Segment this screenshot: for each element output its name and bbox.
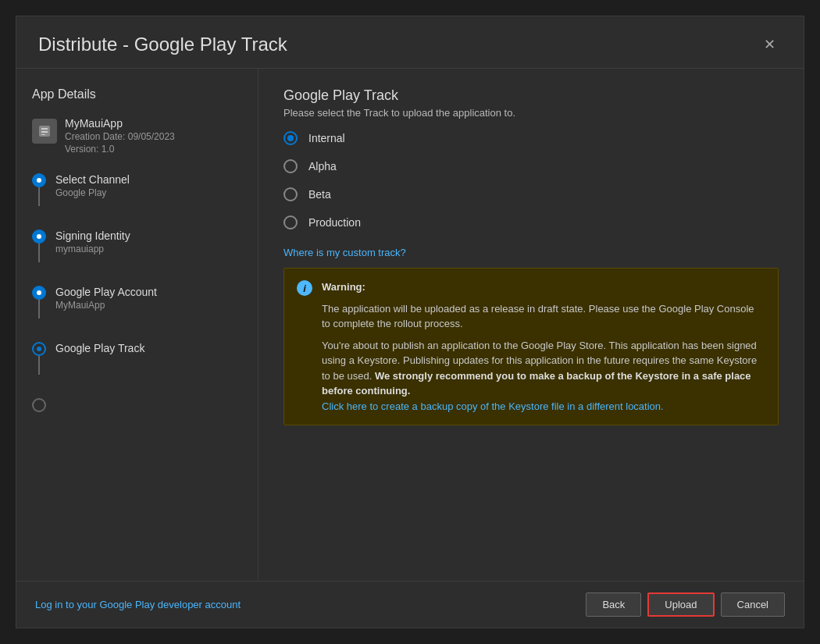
step-signing-identity: Signing Identity mymauiapp bbox=[32, 229, 242, 286]
close-button[interactable]: ✕ bbox=[758, 34, 782, 55]
sidebar-title: App Details bbox=[32, 87, 242, 101]
radio-label-beta: Beta bbox=[308, 188, 331, 201]
step-circle-1 bbox=[32, 173, 46, 187]
dialog: Distribute - Google Play Track ✕ App Det… bbox=[16, 16, 804, 628]
step-circle-3 bbox=[32, 286, 46, 300]
step-circle-5 bbox=[32, 398, 46, 412]
steps: Select Channel Google Play Signing Ident… bbox=[32, 173, 242, 412]
radio-outer-beta bbox=[283, 187, 298, 201]
radio-production[interactable]: Production bbox=[283, 215, 779, 229]
app-creation-date: Creation Date: 09/05/2023 bbox=[65, 131, 175, 142]
sidebar: App Details MyMauiApp Creation Date: 09/… bbox=[16, 69, 258, 581]
step-label-4: Google Play Track bbox=[55, 342, 144, 354]
warning-title-para: Warning: bbox=[322, 279, 765, 295]
step-circle-4 bbox=[32, 342, 46, 356]
step-indicator-4 bbox=[32, 342, 46, 375]
radio-label-internal: Internal bbox=[308, 132, 345, 144]
warning-title: Warning: bbox=[322, 281, 365, 293]
footer: Log in to your Google Play developer acc… bbox=[16, 581, 804, 628]
radio-outer-alpha bbox=[283, 159, 298, 173]
step-content-2: Signing Identity mymauiapp bbox=[55, 229, 130, 254]
app-details-text: MyMauiApp Creation Date: 09/05/2023 Vers… bbox=[65, 117, 175, 155]
radio-label-production: Production bbox=[308, 216, 361, 229]
step-indicator-3 bbox=[32, 286, 46, 318]
warning-box: i Warning: The application will be uploa… bbox=[283, 268, 779, 425]
step-line-3 bbox=[38, 300, 40, 318]
login-link[interactable]: Log in to your Google Play developer acc… bbox=[35, 599, 241, 610]
svg-rect-3 bbox=[41, 134, 45, 135]
step-sublabel-1: Google Play bbox=[55, 187, 130, 198]
app-info: MyMauiApp Creation Date: 09/05/2023 Vers… bbox=[32, 117, 242, 155]
back-button[interactable]: Back bbox=[586, 592, 641, 617]
radio-internal[interactable]: Internal bbox=[283, 131, 779, 145]
warning-para2: You're about to publish an application t… bbox=[322, 338, 765, 415]
svg-rect-1 bbox=[41, 128, 48, 130]
radio-label-alpha: Alpha bbox=[308, 160, 337, 173]
custom-track-link[interactable]: Where is my custom track? bbox=[283, 247, 406, 258]
track-section: Google Play Track Please select the Trac… bbox=[283, 87, 779, 425]
step-content-4: Google Play Track bbox=[55, 342, 144, 354]
step-sublabel-2: mymauiapp bbox=[55, 244, 130, 254]
warning-para2-link[interactable]: Click here to create a backup copy of th… bbox=[322, 400, 664, 412]
main-content: Google Play Track Please select the Trac… bbox=[258, 69, 804, 581]
step-indicator-1 bbox=[32, 173, 46, 206]
app-version: Version: 1.0 bbox=[65, 144, 175, 155]
radio-outer-internal bbox=[283, 131, 298, 145]
dialog-title: Distribute - Google Play Track bbox=[38, 34, 287, 55]
footer-buttons: Back Upload Cancel bbox=[586, 592, 785, 617]
step-indicator-5 bbox=[32, 398, 46, 412]
step-select-channel: Select Channel Google Play bbox=[32, 173, 242, 229]
warning-icon: i bbox=[297, 280, 312, 296]
step-line-2 bbox=[38, 244, 40, 262]
step-sublabel-3: MyMauiApp bbox=[55, 300, 157, 311]
section-title: Google Play Track bbox=[283, 87, 779, 104]
upload-button[interactable]: Upload bbox=[647, 592, 714, 617]
app-name: MyMauiApp bbox=[65, 117, 175, 130]
title-bar: Distribute - Google Play Track ✕ bbox=[16, 16, 804, 69]
step-content-3: Google Play Account MyMauiApp bbox=[55, 286, 157, 311]
step-final bbox=[32, 398, 242, 412]
step-label-2: Signing Identity bbox=[55, 229, 130, 242]
step-google-play-account: Google Play Account MyMauiApp bbox=[32, 286, 242, 342]
track-radio-group: Internal Alpha Beta Produc bbox=[283, 131, 779, 229]
radio-inner-internal bbox=[287, 135, 294, 141]
step-line-1 bbox=[38, 187, 40, 206]
content-area: App Details MyMauiApp Creation Date: 09/… bbox=[16, 69, 804, 581]
step-content-1: Select Channel Google Play bbox=[55, 173, 130, 198]
step-google-play-track: Google Play Track bbox=[32, 342, 242, 398]
radio-outer-production bbox=[283, 215, 298, 229]
step-indicator-2 bbox=[32, 229, 46, 262]
step-label-1: Select Channel bbox=[55, 173, 130, 186]
warning-text: Warning: The application will be uploade… bbox=[322, 279, 765, 414]
radio-beta[interactable]: Beta bbox=[283, 187, 779, 201]
section-desc: Please select the Track to upload the ap… bbox=[283, 107, 779, 119]
cancel-button[interactable]: Cancel bbox=[721, 592, 785, 617]
step-label-3: Google Play Account bbox=[55, 286, 157, 298]
step-line-4 bbox=[38, 356, 40, 375]
warning-para2-bold: We strongly recommend you to make a back… bbox=[322, 370, 751, 397]
warning-para1: The application will be uploaded as a re… bbox=[322, 301, 765, 332]
radio-alpha[interactable]: Alpha bbox=[283, 159, 779, 173]
step-circle-2 bbox=[32, 229, 46, 244]
svg-rect-2 bbox=[41, 131, 48, 133]
app-icon bbox=[32, 119, 57, 144]
